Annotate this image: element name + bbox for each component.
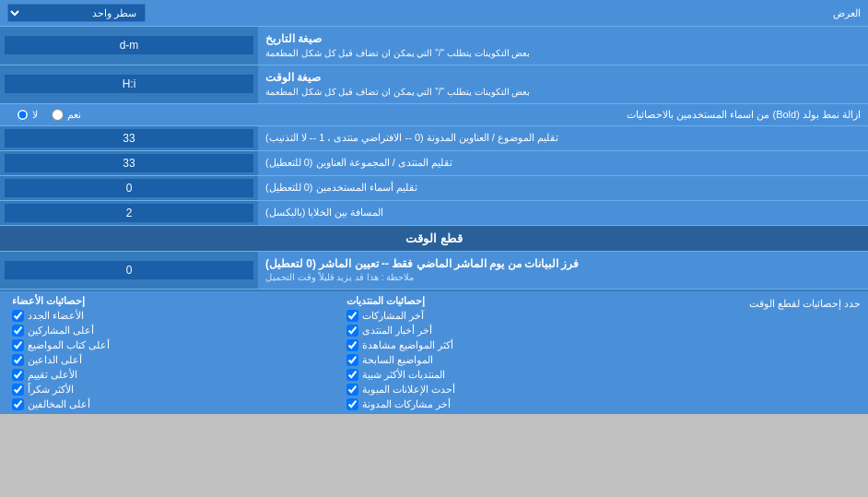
top-rating-checkbox[interactable] <box>12 369 24 381</box>
most-thanks-checkbox[interactable] <box>12 384 24 396</box>
forum-per-page-row: تقليم المنتدى / المجموعة العناوين (0 للت… <box>0 151 868 176</box>
most-thanks-item[interactable]: الأكثر شكراً <box>12 384 337 396</box>
last-forum-news-checkbox[interactable] <box>346 325 358 337</box>
display-label: العرض <box>146 7 861 19</box>
forum-per-page-input-container <box>0 151 258 175</box>
date-format-input-container <box>0 27 258 65</box>
checkboxes-section-label: حدد إحصائيات لقطع الوقت <box>676 295 861 310</box>
topics-per-page-row: تقليم الموضوع / العناوين المدونة (0 -- ا… <box>0 126 868 151</box>
display-select[interactable]: سطر واحد <box>7 4 146 22</box>
most-viewed-checkbox[interactable] <box>346 339 358 351</box>
forum-stats-col: إحصائيات المنتديات آخر المشاركات أخر أخب… <box>342 295 676 410</box>
bold-remove-no-radio[interactable] <box>17 109 29 121</box>
time-format-input[interactable] <box>5 75 253 93</box>
top-writers-checkbox[interactable] <box>12 339 24 351</box>
topics-per-page-input[interactable] <box>5 129 253 148</box>
similar-forums-item[interactable]: المنتديات الأكثر شبية <box>346 369 672 381</box>
time-format-label: صيغة الوقت بعض التكوينات يتطلب "/" التي … <box>258 65 868 103</box>
col2-header: إحصائيات المنتديات <box>346 295 672 307</box>
checkboxes-container: حدد إحصائيات لقطع الوقت إحصائيات المنتدي… <box>0 290 868 414</box>
last-noted-checkbox[interactable] <box>346 398 358 410</box>
recent-ads-item[interactable]: أحدث الإعلانات المبوبة <box>346 384 672 396</box>
new-members-item[interactable]: الأعضاء الجدد <box>12 310 337 322</box>
bold-remove-no[interactable]: لا <box>17 109 38 121</box>
space-between-input-container <box>0 201 258 225</box>
topics-per-page-label: تقليم الموضوع / العناوين المدونة (0 -- ا… <box>258 126 868 150</box>
bold-remove-yes-radio[interactable] <box>52 109 64 121</box>
top-online-item[interactable]: أعلى الداعين <box>12 354 337 366</box>
last-posts-item[interactable]: آخر المشاركات <box>346 310 672 322</box>
filter-row: فرز البيانات من يوم الماشر الماضي فقط --… <box>0 252 868 290</box>
filter-label: فرز البيانات من يوم الماشر الماضي فقط --… <box>258 252 868 290</box>
space-between-label: المسافة بين الخلايا (بالبكسل) <box>258 201 868 225</box>
forum-per-page-label: تقليم المنتدى / المجموعة العناوين (0 للت… <box>258 151 868 175</box>
most-viewed-item[interactable]: أكثر المواضيع مشاهدة <box>346 339 672 351</box>
display-row: العرض سطر واحد <box>0 0 868 27</box>
topics-per-page-input-container <box>0 126 258 150</box>
date-format-label: صيغة التاريخ بعض التكوينات يتطلب "/" الت… <box>258 27 868 65</box>
space-between-input[interactable] <box>5 204 253 222</box>
last-noted-item[interactable]: أخر مشاركات المدونة <box>346 398 672 410</box>
bold-remove-label: ازالة نمط بولد (Bold) من اسماء المستخدمي… <box>265 109 861 121</box>
users-per-page-row: تقليم أسماء المستخدمين (0 للتعطيل) <box>0 176 868 201</box>
bold-remove-options: نعم لا <box>7 109 265 121</box>
users-per-page-input-container <box>0 176 258 200</box>
top-writers-item[interactable]: أعلى كتاب المواضيع <box>12 339 337 351</box>
checkbox-columns: إحصائيات المنتديات آخر المشاركات أخر أخب… <box>7 295 676 410</box>
date-format-input[interactable] <box>5 36 253 54</box>
top-online-checkbox[interactable] <box>12 354 24 366</box>
member-stats-col: إحصائيات الأعضاء الأعضاء الجدد أعلى المش… <box>7 295 342 410</box>
space-between-row: المسافة بين الخلايا (بالبكسل) <box>0 201 868 226</box>
forum-per-page-input[interactable] <box>5 154 253 172</box>
last-forum-news-item[interactable]: أخر أخبار المنتدى <box>346 325 672 337</box>
new-members-checkbox[interactable] <box>12 310 24 322</box>
date-format-row: صيغة التاريخ بعض التكوينات يتطلب "/" الت… <box>0 27 868 65</box>
latest-topics-item[interactable]: المواضيع السابحة <box>346 354 672 366</box>
realtime-section-header: قطع الوقت <box>0 226 868 252</box>
bold-remove-yes[interactable]: نعم <box>52 109 81 121</box>
bold-remove-row: ازالة نمط بولد (Bold) من اسماء المستخدمي… <box>0 104 868 126</box>
top-rating-item[interactable]: الأعلى تقييم <box>12 369 337 381</box>
top-observers-item[interactable]: أعلى المخالفين <box>12 398 337 410</box>
time-format-row: صيغة الوقت بعض التكوينات يتطلب "/" التي … <box>0 65 868 104</box>
users-per-page-label: تقليم أسماء المستخدمين (0 للتعطيل) <box>258 176 868 200</box>
filter-input-container <box>0 252 258 290</box>
col1-header: إحصائيات الأعضاء <box>12 295 337 307</box>
last-posts-checkbox[interactable] <box>346 310 358 322</box>
top-posters-item[interactable]: أعلى المشاركين <box>12 325 337 337</box>
latest-topics-checkbox[interactable] <box>346 354 358 366</box>
top-posters-checkbox[interactable] <box>12 325 24 337</box>
similar-forums-checkbox[interactable] <box>346 369 358 381</box>
filter-input[interactable] <box>5 261 253 279</box>
checkboxes-row: حدد إحصائيات لقطع الوقت إحصائيات المنتدي… <box>0 291 868 414</box>
top-observers-checkbox[interactable] <box>12 398 24 410</box>
time-format-input-container <box>0 65 258 103</box>
recent-ads-checkbox[interactable] <box>346 384 358 396</box>
users-per-page-input[interactable] <box>5 179 253 197</box>
